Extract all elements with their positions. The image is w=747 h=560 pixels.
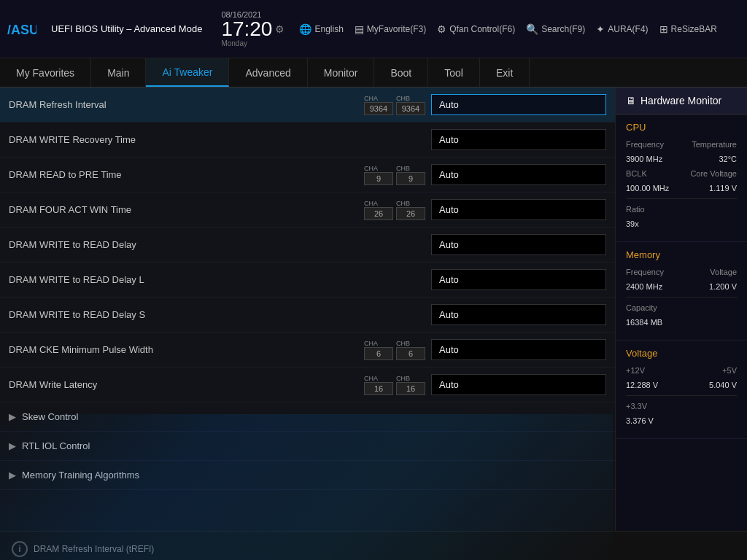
hw-mem-cap-val: 16384 MB [626,318,662,327]
search-btn[interactable]: 🔍 Search(F9) [526,23,585,35]
setting-label-dram-wr-delay: DRAM WRITE to READ Delay [9,239,431,250]
setting-label-dram-four-act: DRAM FOUR ACT WIN Time [9,204,364,215]
hw-monitor-header: 🖥 Hardware Monitor [616,88,747,114]
tab-boot[interactable]: Boot [374,58,428,87]
day-display: Monday [221,39,247,47]
hw-cpu-freq-val: 3900 MHz [626,155,662,163]
setting-label-dram-write-recovery: DRAM WRITE Recovery Time [9,134,431,145]
top-bar: /ASUS UEFI BIOS Utility – Advanced Mode … [0,0,747,58]
setting-dram-wr-delay-s[interactable]: DRAM WRITE to READ Delay S Auto [0,298,615,332]
tab-monitor[interactable]: Monitor [308,58,375,87]
skew-arrow: ▶ [9,411,16,422]
setting-label-dram-refresh: DRAM Refresh Interval [9,99,364,110]
aura-icon: ✦ [596,23,605,35]
hw-cpu-bclk-label: BCLK [626,169,647,178]
tab-main[interactable]: Main [91,58,146,87]
monitor-icon: 🖥 [626,95,636,106]
setting-dram-write-latency[interactable]: DRAM Write Latency CHA 16 CHB 16 Auto [0,368,615,402]
tab-exit[interactable]: Exit [480,58,530,87]
rtl-label: RTL IOL Control [22,440,90,451]
hw-v33-label: +3.3V [626,402,647,411]
resize-icon: ⊞ [659,23,668,35]
language-btn[interactable]: 🌐 English [299,23,343,35]
hw-v12-row: +12V +5V [626,366,737,375]
tab-advanced[interactable]: Advanced [229,58,307,87]
cha-badge-0: CHA 9364 [364,95,393,115]
tab-ai-tweaker[interactable]: Ai Tweaker [146,58,229,87]
setting-dram-refresh[interactable]: DRAM Refresh Interval CHA 9364 CHB 9364 … [0,88,615,122]
resize-btn[interactable]: ⊞ ReSizeBAR [659,23,717,35]
channel-badges-2: CHA 9 CHB 9 [364,165,425,185]
setting-value-dram-wr-delay-l[interactable]: Auto [431,269,606,290]
top-tools: 🌐 English ▤ MyFavorite(F3) ⚙ Qfan Contro… [299,23,740,35]
setting-value-dram-refresh[interactable]: Auto [431,94,606,115]
hw-cpu-title: CPU [626,122,737,133]
channel-badges-0: CHA 9364 CHB 9364 [364,95,425,115]
hw-cpu-bclk-row: BCLK Core Voltage [626,169,737,178]
setting-label-dram-cke: DRAM CKE Minimum Pulse Width [9,344,364,355]
globe-icon: 🌐 [299,23,311,35]
setting-dram-four-act[interactable]: DRAM FOUR ACT WIN Time CHA 26 CHB 26 Aut… [0,192,615,228]
hw-cpu-ratio-label: Ratio [626,205,645,214]
hw-mem-cap-label: Capacity [626,303,657,312]
mem-label: Memory Training Algorithms [22,470,139,481]
hw-cpu-ratio-val: 39x [626,219,639,228]
hw-v5-label: +5V [722,366,737,375]
hw-cpu-ratio-row: Ratio [626,205,737,214]
setting-label-dram-read-pre: DRAM READ to PRE Time [9,169,364,180]
hw-cpu-freq-row: Frequency Temperature [626,140,737,149]
setting-label-dram-wr-delay-s: DRAM WRITE to READ Delay S [9,309,431,320]
hw-v12-val-row: 12.288 V 5.040 V [626,381,737,389]
myfavorite-btn[interactable]: ▤ MyFavorite(F3) [355,23,426,35]
svg-text:/ASUS: /ASUS [7,23,36,37]
qfan-icon: ⚙ [437,23,446,35]
rtl-arrow: ▶ [9,440,16,451]
setting-value-dram-write-latency[interactable]: Auto [431,374,606,395]
setting-value-dram-wr-delay-s[interactable]: Auto [431,304,606,325]
hw-cpu-temp-label: Temperature [692,140,737,149]
chb-badge-8: CHB 16 [396,375,425,395]
setting-dram-write-recovery[interactable]: DRAM WRITE Recovery Time Auto [0,122,615,158]
qfan-btn[interactable]: ⚙ Qfan Control(F6) [437,23,515,35]
asus-logo: /ASUS [7,21,36,37]
settings-icon[interactable]: ⚙ [275,23,285,35]
hw-cpu-bclk-val: 100.00 MHz [626,184,669,192]
setting-label-dram-write-latency: DRAM Write Latency [9,379,364,390]
hw-mem-cap-row: Capacity [626,303,737,312]
setting-value-dram-wr-delay[interactable]: Auto [431,234,606,255]
hw-volt-divider [626,395,737,396]
aura-btn[interactable]: ✦ AURA(F4) [596,23,648,35]
chb-badge-7: CHB 6 [396,340,425,360]
setting-value-dram-four-act[interactable]: Auto [431,199,606,220]
bios-title: UEFI BIOS Utility – Advanced Mode [51,23,202,34]
hw-cpu-bclk-val-row: 100.00 MHz 1.119 V [626,184,737,192]
channel-badges-3: CHA 26 CHB 26 [364,200,425,220]
search-icon: 🔍 [526,23,538,35]
hw-v12-val: 12.288 V [626,381,658,389]
section-rtl-iol[interactable]: ▶ RTL IOL Control [0,432,615,461]
section-mem-training[interactable]: ▶ Memory Training Algorithms [0,461,615,490]
setting-value-dram-read-pre[interactable]: Auto [431,164,606,185]
time-display: 17:20 [221,19,272,39]
settings-panel: DRAM Refresh Interval CHA 9364 CHB 9364 … [0,88,616,531]
setting-value-dram-cke[interactable]: Auto [431,339,606,360]
setting-dram-wr-delay[interactable]: DRAM WRITE to READ Delay Auto [0,228,615,262]
skew-label: Skew Control [22,411,78,422]
hw-mem-volt-val: 1.200 V [709,282,737,291]
chb-badge-3: CHB 26 [396,200,425,220]
hw-cpu-freq-val-row: 3900 MHz 32°C [626,155,737,163]
tab-tool[interactable]: Tool [428,58,480,87]
hw-v33-val-row: 3.376 V [626,416,737,425]
hw-v33-row: +3.3V [626,402,737,411]
hw-mem-freq-val: 2400 MHz [626,282,662,291]
setting-dram-read-pre[interactable]: DRAM READ to PRE Time CHA 9 CHB 9 Auto [0,158,615,192]
hw-monitor-title: Hardware Monitor [640,95,721,106]
tab-my-favorites[interactable]: My Favorites [0,58,91,87]
section-skew-control[interactable]: ▶ Skew Control [0,402,615,432]
setting-dram-wr-delay-l[interactable]: DRAM WRITE to READ Delay L Auto [0,262,615,298]
hw-v12-label: +12V [626,366,645,375]
setting-value-dram-write-recovery[interactable]: Auto [431,129,606,150]
info-text: DRAM Refresh Interval (tREFI) [34,544,154,554]
cha-badge-8: CHA 16 [364,375,393,395]
setting-dram-cke[interactable]: DRAM CKE Minimum Pulse Width CHA 6 CHB 6… [0,332,615,368]
